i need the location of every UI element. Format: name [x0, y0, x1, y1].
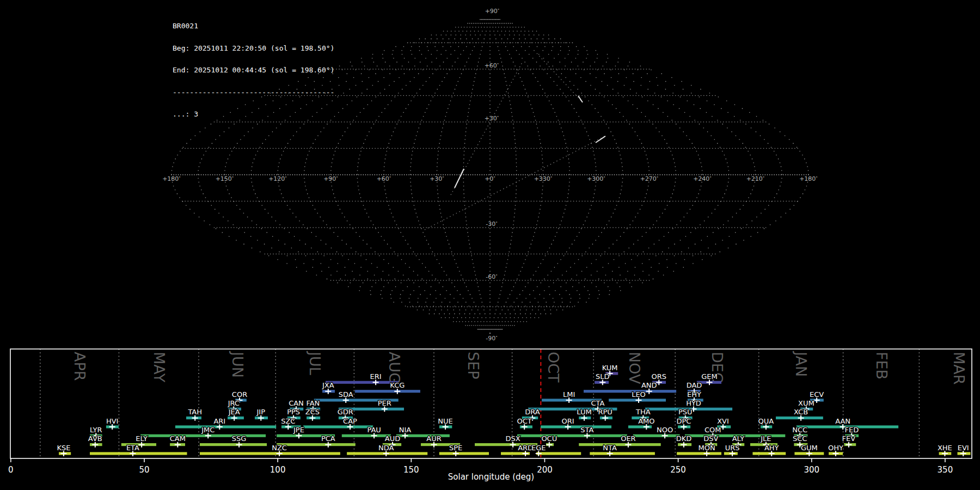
parallel-line [559, 254, 560, 255]
meridian-line [656, 220, 657, 222]
meridian-line [588, 213, 589, 214]
shower-bar [590, 452, 655, 455]
meridian-line [514, 325, 515, 326]
meridian-line [403, 112, 404, 113]
parallel-line [355, 95, 356, 96]
parallel-line [428, 148, 430, 149]
parallel-line [661, 95, 662, 96]
meridian-line [510, 105, 511, 106]
parallel-line [191, 201, 192, 202]
shower-peak-marker [602, 415, 608, 421]
parallel-line [542, 121, 543, 122]
meridian-line [346, 81, 347, 82]
parallel-line [463, 121, 464, 122]
meridian-line [582, 255, 583, 256]
parallel-line [536, 227, 537, 228]
parallel-line [276, 227, 277, 228]
parallel-line [740, 121, 741, 122]
month-label: MAR [951, 352, 967, 385]
meridian-line [537, 286, 538, 287]
meridian-line [296, 267, 297, 268]
parallel-line [387, 121, 388, 122]
parallel-line [366, 254, 367, 255]
meridian-line [489, 27, 491, 28]
meridian-line [482, 329, 483, 330]
parallel-line [363, 201, 364, 202]
meridian-line [528, 252, 529, 253]
parallel-line [613, 201, 614, 202]
meridian-line [797, 147, 798, 148]
meridian-line [516, 170, 517, 171]
parallel-line [732, 121, 733, 122]
meridian-line [383, 170, 384, 171]
parallel-line [706, 95, 707, 96]
parallel-line [545, 254, 546, 255]
meridian-line [413, 96, 414, 97]
parallel-line [518, 174, 519, 175]
meridian-line [663, 275, 664, 276]
meridian-line [731, 131, 732, 132]
meridian-line [305, 186, 306, 187]
parallel-line [449, 148, 450, 149]
meridian-line [518, 317, 519, 318]
parallel-line [525, 148, 526, 149]
meridian-line [627, 228, 628, 229]
meridian-line [562, 275, 563, 276]
parallel-line [480, 280, 481, 281]
parallel-line [361, 95, 362, 96]
meridian-line [336, 252, 338, 253]
parallel-line [423, 227, 424, 228]
meridian-line [391, 135, 393, 136]
meridian-line [385, 158, 386, 160]
parallel-line [327, 227, 328, 228]
meridian-line [524, 35, 525, 36]
meridian-line [620, 155, 621, 156]
shower-label: PSU [678, 408, 693, 416]
meridian-line [628, 248, 629, 249]
parallel-line [420, 280, 421, 281]
shower-label: OCT [517, 417, 532, 425]
longitude-label: +30° [430, 175, 444, 182]
meridian-line [437, 166, 438, 167]
parallel-line [489, 42, 491, 44]
parallel-line [432, 227, 433, 228]
meridian-line [560, 224, 561, 225]
parallel-line [329, 148, 330, 149]
meridian-line [494, 19, 495, 20]
parallel-line [420, 254, 421, 255]
meridian-line [513, 62, 514, 63]
parallel-line [629, 121, 630, 122]
meridian-line [398, 93, 399, 94]
parallel-line [792, 148, 793, 149]
parallel-line [792, 201, 793, 202]
parallel-line [628, 174, 629, 175]
meridian-line [444, 228, 445, 229]
meridian-line [412, 197, 413, 198]
meridian-line [532, 58, 534, 59]
parallel-line [290, 227, 291, 228]
meridian-line [261, 228, 262, 229]
shower-label: ORI [562, 417, 574, 425]
parallel-line [610, 254, 611, 255]
meridian-line [321, 263, 322, 264]
parallel-line [766, 201, 767, 202]
parallel-line [415, 69, 416, 70]
parallel-line [585, 201, 586, 202]
parallel-line [259, 201, 260, 202]
parallel-line [786, 201, 787, 202]
meridian-line [752, 158, 753, 160]
meridian-line [520, 310, 521, 311]
parallel-line [465, 121, 467, 122]
parallel-line [185, 148, 186, 149]
parallel-line [601, 280, 602, 281]
meridian-line [671, 197, 672, 198]
parallel-line [685, 174, 686, 175]
meridian-line [489, 77, 491, 78]
parallel-line [228, 148, 229, 149]
parallel-line [763, 227, 764, 228]
meridian-line [647, 189, 648, 191]
meridian-line [408, 105, 409, 106]
parallel-line [556, 95, 558, 96]
parallel-line [610, 201, 611, 202]
parallel-line [341, 280, 342, 281]
